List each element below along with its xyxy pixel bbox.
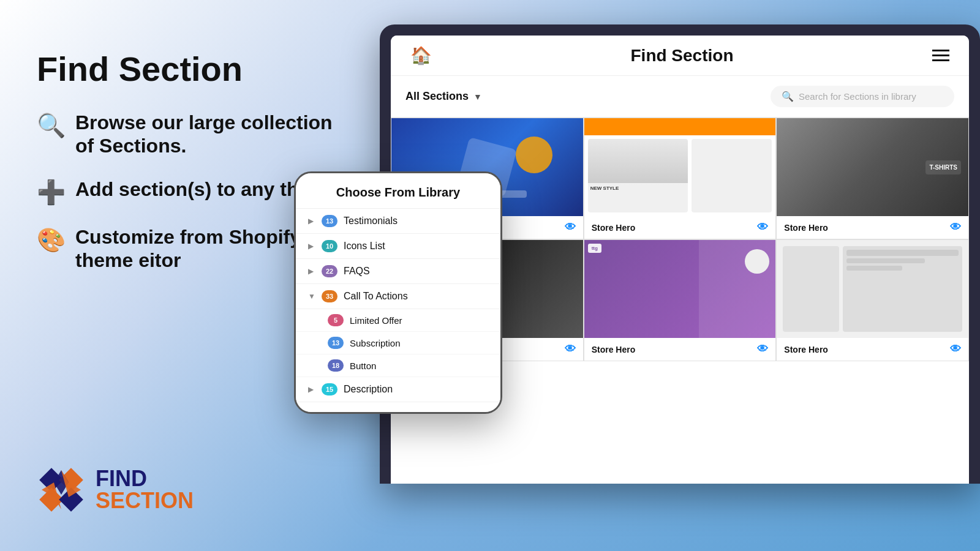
menu-item-description[interactable]: ▶ 15 Description [296, 377, 500, 402]
add-icon: ➕ [37, 179, 66, 206]
grid-item-6-label: Store Hero 👁 [777, 338, 968, 361]
grid-item-3: T-SHIRTS Store Hero 👁 [776, 118, 969, 239]
grid-label-3: Store Hero [784, 223, 828, 233]
menu-item-testimonials[interactable]: ▶ 13 Testimonials [296, 209, 500, 234]
search-placeholder-text: Search for Sections in library [799, 91, 916, 102]
badge-faqs: 22 [322, 265, 337, 277]
grid-item-5-label: Store Hero 👁 [584, 338, 776, 361]
menu-item-faqs[interactable]: ▶ 22 FAQS [296, 259, 500, 284]
label-subscription: Subscription [350, 338, 401, 348]
grid-item-2: NEW STYLE Store Hero 👁 [584, 118, 777, 239]
label-testimonials: Testimonials [344, 216, 398, 227]
label-icons: Icons List [344, 241, 385, 252]
card-title: Choose From Library [336, 186, 460, 199]
grid-label-6: Store Hero [784, 345, 828, 354]
grid-label-2: Store Hero [592, 223, 636, 233]
label-faqs: FAQS [344, 266, 370, 277]
badge-subscription: 13 [328, 337, 344, 349]
grid-item-5: ttg Store Hero 👁 [584, 239, 777, 361]
eye-icon-4[interactable]: 👁 [565, 343, 576, 356]
logo-text: FIND SECTION [96, 468, 194, 512]
browse-icon: 🔍 [37, 112, 66, 139]
label-description: Description [344, 384, 393, 395]
grid-item-2-label: Store Hero 👁 [584, 216, 776, 239]
logo-icon [37, 465, 86, 514]
card-body: ▶ 13 Testimonials ▶ 10 Icons List ▶ 22 F… [296, 209, 500, 412]
logo: FIND SECTION [37, 465, 194, 514]
expand-arrow-testimonials: ▶ [308, 217, 315, 225]
eye-icon-3[interactable]: 👁 [950, 221, 961, 234]
badge-testimonials: 13 [322, 215, 337, 227]
label-button: Button [350, 361, 376, 371]
badge-limited: 5 [328, 314, 344, 326]
sub-item-limited-offer[interactable]: 5 Limited Offer [296, 309, 500, 332]
hamburger-icon[interactable] [932, 50, 949, 61]
menu-item-cta[interactable]: ▼ 33 Call To Actions [296, 284, 500, 309]
library-card: Choose From Library ▶ 13 Testimonials ▶ … [294, 171, 502, 414]
sub-item-subscription[interactable]: 13 Subscription [296, 332, 500, 354]
home-icon[interactable]: 🏠 [410, 45, 432, 66]
eye-icon-1[interactable]: 👁 [565, 221, 576, 234]
label-limited-offer: Limited Offer [350, 315, 402, 326]
card-header: Choose From Library [296, 173, 500, 209]
dropdown-arrow-icon: ▼ [473, 92, 482, 102]
all-sections-dropdown[interactable]: All Sections ▼ [405, 90, 482, 103]
expand-arrow-icons: ▶ [308, 242, 315, 250]
grid-item-3-label: Store Hero 👁 [777, 216, 968, 239]
label-cta: Call To Actions [344, 291, 408, 302]
app-header: 🏠 Find Section [391, 36, 969, 76]
menu-item-icons[interactable]: ▶ 10 Icons List [296, 234, 500, 259]
all-sections-label: All Sections [405, 90, 469, 103]
badge-button: 18 [328, 359, 344, 372]
page-title: Find Section [37, 49, 355, 89]
thumb-2: NEW STYLE [584, 118, 776, 216]
thumb-3: T-SHIRTS [777, 118, 968, 216]
search-icon: 🔍 [782, 91, 794, 102]
eye-icon-5[interactable]: 👁 [757, 343, 768, 356]
thumb-5: ttg [584, 240, 776, 338]
grid-item-6: Store Hero 👁 [776, 239, 969, 361]
thumb-6 [777, 240, 968, 338]
filter-bar: All Sections ▼ 🔍 Search for Sections in … [391, 76, 969, 118]
search-box[interactable]: 🔍 Search for Sections in library [771, 86, 954, 107]
eye-icon-2[interactable]: 👁 [757, 221, 768, 234]
badge-icons: 10 [322, 240, 337, 252]
feature-browse-text: Browse our large collection of Sections. [75, 111, 355, 158]
app-title: Find Section [631, 46, 734, 66]
grid-label-5: Store Hero [592, 345, 636, 354]
expand-arrow-description: ▶ [308, 385, 315, 394]
badge-cta: 33 [322, 290, 337, 302]
eye-icon-6[interactable]: 👁 [950, 343, 961, 356]
logo-section: SECTION [96, 490, 194, 512]
logo-find: FIND [96, 468, 194, 490]
expand-arrow-faqs: ▶ [308, 267, 315, 276]
expand-arrow-cta: ▼ [308, 292, 315, 301]
feature-browse: 🔍 Browse our large collection of Section… [37, 111, 355, 158]
sub-item-button[interactable]: 18 Button [296, 354, 500, 377]
badge-description: 15 [322, 383, 337, 395]
customize-icon: 🎨 [37, 227, 66, 253]
